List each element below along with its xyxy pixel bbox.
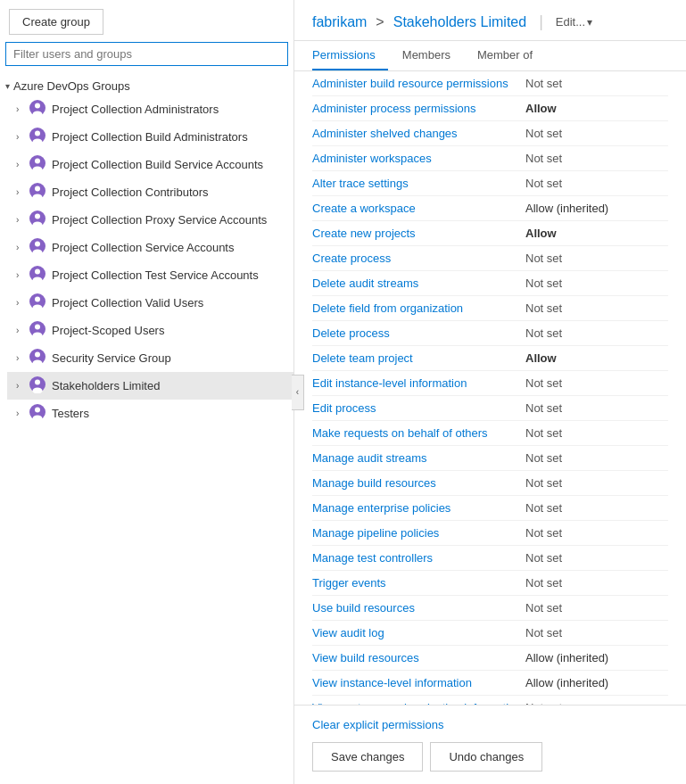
permission-name[interactable]: Administer process permissions	[312, 102, 525, 115]
tree-item[interactable]: › Project Collection Build Service Accou…	[7, 151, 293, 178]
edit-dropdown-button[interactable]: Edit... ▾	[556, 15, 592, 29]
tree-item[interactable]: › Project-Scoped Users	[7, 317, 293, 344]
permission-value[interactable]: Not set	[525, 276, 668, 290]
permission-value[interactable]: Not set	[525, 152, 668, 165]
tree-item[interactable]: › Project Collection Build Administrator…	[7, 123, 293, 151]
permission-value[interactable]: Not set	[525, 451, 668, 465]
permission-value[interactable]: Not set	[525, 601, 668, 615]
svg-point-7	[35, 159, 40, 164]
permission-name[interactable]: Manage test controllers	[312, 551, 525, 565]
user-icon	[29, 320, 52, 341]
permission-value[interactable]: Not set	[525, 526, 668, 540]
svg-point-1	[35, 103, 40, 109]
permission-value[interactable]: Not set	[525, 77, 668, 90]
permission-name[interactable]: Use build resources	[312, 601, 525, 615]
breadcrumb-current: Stakeholders Limited	[393, 14, 526, 30]
permission-value[interactable]: Not set	[525, 252, 668, 265]
tree-item-label: Project Collection Build Service Account…	[52, 158, 263, 171]
group-header-label: Azure DevOps Groups	[13, 79, 130, 93]
permission-name[interactable]: Make requests on behalf of others	[312, 426, 525, 440]
permission-value[interactable]: Allow	[525, 351, 668, 365]
permission-value[interactable]: Not set	[525, 501, 668, 515]
permission-value[interactable]: Not set	[525, 127, 668, 140]
tab-members[interactable]: Members	[402, 41, 463, 70]
permission-row: Make requests on behalf of othersNot set	[312, 421, 668, 446]
tab-member-of[interactable]: Member of	[477, 41, 545, 70]
tab-permissions[interactable]: Permissions	[312, 41, 388, 70]
permission-value[interactable]: Allow	[525, 102, 668, 115]
clear-explicit-permissions-link[interactable]: Clear explicit permissions	[312, 718, 668, 731]
permission-name[interactable]: Manage build resources	[312, 476, 525, 490]
permission-name[interactable]: Delete process	[312, 326, 525, 340]
tree-item-label: Project Collection Test Service Accounts	[52, 268, 259, 282]
permission-value[interactable]: Not set	[525, 301, 668, 315]
user-icon	[29, 293, 52, 313]
tree-item[interactable]: › Project Collection Service Accounts	[7, 234, 293, 261]
create-group-button[interactable]: Create group	[9, 9, 103, 35]
tree-item-label: Stakeholders Limited	[52, 379, 160, 392]
permission-value[interactable]: Not set	[525, 426, 668, 440]
permission-name[interactable]: Delete team project	[312, 351, 525, 365]
permission-value[interactable]: Allow (inherited)	[525, 651, 668, 664]
permission-name[interactable]: Edit instance-level information	[312, 376, 525, 390]
tree-item[interactable]: › Project Collection Proxy Service Accou…	[7, 206, 293, 234]
tree-item[interactable]: › Stakeholders Limited	[7, 372, 293, 400]
svg-point-22	[35, 297, 40, 302]
permission-name[interactable]: Create a workspace	[312, 202, 525, 215]
permission-value[interactable]: Not set	[525, 476, 668, 490]
permission-value[interactable]: Allow (inherited)	[525, 202, 668, 215]
undo-changes-button[interactable]: Undo changes	[430, 742, 542, 772]
permission-name[interactable]: View build resources	[312, 651, 525, 664]
permission-value[interactable]: Not set	[525, 551, 668, 565]
permission-row: Administer build resource permissionsNot…	[312, 71, 668, 96]
permission-value[interactable]: Allow	[525, 227, 668, 240]
tree-item-label: Project Collection Service Accounts	[52, 241, 234, 254]
tree-item[interactable]: › Security Service Group	[7, 344, 293, 372]
permission-value[interactable]: Not set	[525, 376, 668, 390]
tree-item[interactable]: › Project Collection Valid Users	[7, 289, 293, 317]
tree-item[interactable]: › Project Collection Test Service Accoun…	[7, 261, 293, 289]
left-panel: Create group ▾ Azure DevOps Groups › Pro…	[0, 0, 294, 784]
svg-point-10	[35, 186, 40, 192]
breadcrumb-parent-link[interactable]: fabrikam	[312, 14, 367, 30]
chevron-down-icon: ▾	[587, 16, 592, 29]
permission-name[interactable]: Manage audit streams	[312, 451, 525, 465]
permission-value[interactable]: Allow (inherited)	[525, 676, 668, 689]
permission-name[interactable]: Administer workspaces	[312, 152, 525, 165]
permission-name[interactable]: Trigger events	[312, 576, 525, 590]
expand-arrow-icon: ›	[16, 381, 25, 391]
permission-name[interactable]: Create new projects	[312, 227, 525, 240]
permission-name[interactable]: Manage pipeline policies	[312, 526, 525, 540]
permission-name[interactable]: Alter trace settings	[312, 177, 525, 190]
breadcrumb-divider: |	[539, 12, 543, 31]
permission-row: Delete audit streamsNot set	[312, 271, 668, 296]
permission-name[interactable]: Delete field from organization	[312, 301, 525, 315]
permission-name[interactable]: Edit process	[312, 401, 525, 415]
permission-value[interactable]: Not set	[525, 326, 668, 340]
save-changes-button[interactable]: Save changes	[312, 742, 423, 772]
tree-item[interactable]: › Project Collection Administrators	[7, 95, 293, 123]
permission-name[interactable]: Manage enterprise policies	[312, 501, 525, 515]
permission-name[interactable]: Create process	[312, 252, 525, 265]
user-icon	[29, 99, 52, 120]
user-icon	[29, 348, 52, 368]
permission-value[interactable]: Not set	[525, 576, 668, 590]
permission-value[interactable]: Not set	[525, 177, 668, 190]
permission-name[interactable]: View audit log	[312, 626, 525, 640]
tree-item[interactable]: › Testers	[7, 400, 293, 427]
permission-name[interactable]: Administer build resource permissions	[312, 77, 525, 90]
permission-value[interactable]: Not set	[525, 626, 668, 640]
tree-item[interactable]: › Project Collection Contributors	[7, 178, 293, 206]
svg-point-19	[35, 269, 40, 275]
action-buttons: Save changes Undo changes	[312, 742, 668, 772]
permissions-table: Administer build resource permissionsNot…	[294, 71, 686, 705]
collapse-panel-button[interactable]: ‹	[292, 375, 304, 410]
permission-value[interactable]: Not set	[525, 401, 668, 415]
permission-name[interactable]: View instance-level information	[312, 676, 525, 689]
filter-input[interactable]	[5, 42, 288, 66]
user-icon	[29, 265, 52, 285]
tree-item-label: Project Collection Valid Users	[52, 296, 203, 309]
permission-name[interactable]: Administer shelved changes	[312, 127, 525, 140]
permission-name[interactable]: Delete audit streams	[312, 276, 525, 290]
azure-devops-groups-header[interactable]: ▾ Azure DevOps Groups	[0, 77, 293, 95]
